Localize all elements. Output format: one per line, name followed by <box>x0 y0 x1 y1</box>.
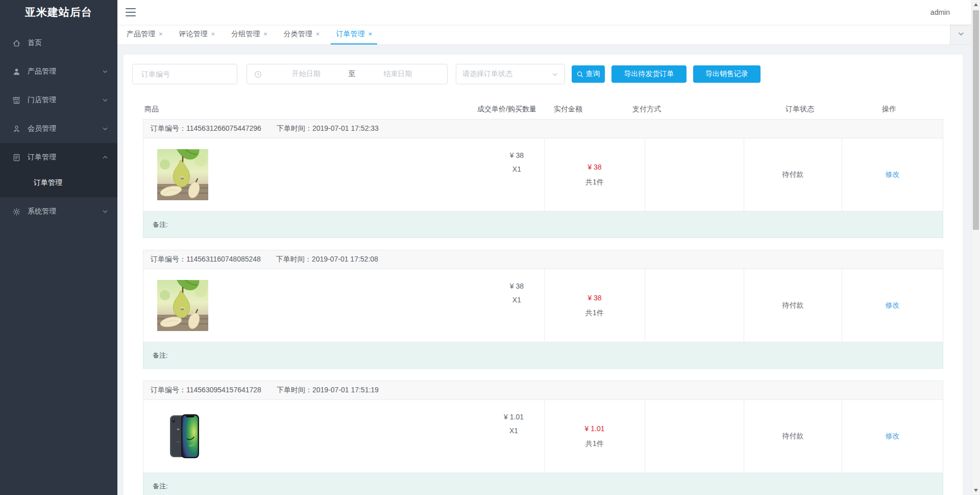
order-number-input-wrap <box>132 64 237 84</box>
remark-row: 备注: <box>143 211 943 238</box>
close-icon[interactable]: × <box>316 31 320 37</box>
sidebar-item-products[interactable]: 产品管理 <box>0 57 117 86</box>
tab-label: 分组管理 <box>231 30 260 39</box>
tab-overflow-button[interactable] <box>950 25 971 44</box>
order-time-text: 下单时间：2019-07-01 17:52:33 <box>277 124 379 133</box>
piece-count: 共1件 <box>585 439 604 449</box>
order-header-row: 订单编号：1145631160748085248 下单时间：2019-07-01… <box>143 250 943 269</box>
sidebar: 亚米建站后台 首页产品管理门店管理会员管理订单管理订单管理系统管理 <box>0 0 117 495</box>
tab-groups[interactable]: 分组管理× <box>226 25 273 44</box>
chevron-down-icon <box>552 71 558 78</box>
tab-bar: 产品管理×评论管理×分组管理×分类管理×订单管理× <box>117 25 971 45</box>
sidebar-item-label: 产品管理 <box>28 67 102 76</box>
chevron-down-icon <box>102 126 108 132</box>
order-time-text: 下单时间：2019-07-01 17:52:08 <box>276 255 378 264</box>
chevron-up-icon <box>102 154 108 160</box>
modify-link[interactable]: 修改 <box>886 432 900 441</box>
chevron-down-icon <box>102 40 108 46</box>
action-cell: 修改 <box>842 400 943 473</box>
order-item-row: ¥ 38 X1 ¥ 38 共1件 待付款 修改 <box>143 138 943 211</box>
unit-price: ¥ 38 <box>510 151 524 159</box>
column-header: 支付方式 <box>632 105 661 114</box>
clock-icon <box>254 70 262 78</box>
column-header: 操作 <box>882 105 896 114</box>
payment-method-cell <box>645 269 744 342</box>
column-header: 实付金额 <box>554 105 582 114</box>
sidebar-item-system[interactable]: 系统管理 <box>0 197 117 226</box>
sidebar-item-label: 订单管理 <box>28 153 102 162</box>
order-number-text: 订单编号：1145631160748085248 <box>151 255 261 264</box>
modify-link[interactable]: 修改 <box>886 301 900 310</box>
order-time-text: 下单时间：2019-07-01 17:51:19 <box>277 386 379 395</box>
price-quantity-stack: ¥ 38 X1 <box>510 151 524 173</box>
tab-products[interactable]: 产品管理× <box>121 25 168 44</box>
order-header-row: 订单编号：1145631266075447296 下单时间：2019-07-01… <box>143 119 943 138</box>
export-pending-orders-button[interactable]: 导出待发货订单 <box>611 65 687 83</box>
table-header-row: 商品成交单价/购买数量实付金额支付方式订单状态操作 <box>143 100 943 119</box>
user-menu[interactable]: admin <box>930 8 950 16</box>
vertical-scrollbar[interactable] <box>971 0 980 495</box>
hamburger-menu-icon[interactable] <box>126 8 136 16</box>
remark-row: 备注: <box>143 342 943 369</box>
chevron-down-icon <box>102 68 108 75</box>
date-separator: 至 <box>349 69 356 79</box>
close-icon[interactable]: × <box>211 31 215 37</box>
member-icon <box>12 125 21 133</box>
sidebar-item-orders[interactable]: 订单管理 <box>0 143 117 172</box>
piece-count: 共1件 <box>585 309 604 318</box>
order-status: 待付款 <box>782 301 804 310</box>
product-cell: ¥ 38 X1 <box>143 269 544 342</box>
sidebar-item-members[interactable]: 会员管理 <box>0 114 117 143</box>
start-date-placeholder[interactable]: 开始日期 <box>264 69 349 79</box>
close-icon[interactable]: × <box>263 31 267 37</box>
action-cell: 修改 <box>842 138 943 211</box>
iphone-photo <box>157 411 208 462</box>
column-header: 商品 <box>144 105 159 114</box>
order-status-cell: 待付款 <box>744 400 842 473</box>
sidebar-open-submenu: 订单管理订单管理 <box>0 143 117 197</box>
tab-comments[interactable]: 评论管理× <box>174 25 220 44</box>
scroll-down-arrow-icon[interactable] <box>974 489 978 492</box>
paid-amount-cell: ¥ 1.01 共1件 <box>544 400 645 473</box>
home-icon <box>12 39 21 48</box>
scrollbar-thumb[interactable] <box>973 10 979 230</box>
order-item-row: ¥ 38 X1 ¥ 38 共1件 待付款 修改 <box>143 269 943 342</box>
scroll-up-arrow-icon[interactable] <box>974 3 978 6</box>
sidebar-item-label: 会员管理 <box>28 124 102 133</box>
tab-label: 分类管理 <box>284 30 312 39</box>
order-block: 订单编号：1145630954157641728 下单时间：2019-07-01… <box>143 381 943 495</box>
search-icon <box>577 71 583 78</box>
sidebar-item-label: 系统管理 <box>28 207 102 216</box>
order-list: 订单编号：1145631266075447296 下单时间：2019-07-01… <box>143 119 943 495</box>
top-header: admin <box>117 0 971 25</box>
tab-categories[interactable]: 分类管理× <box>279 25 325 44</box>
sidebar-item-home[interactable]: 首页 <box>0 29 117 57</box>
chevron-down-icon <box>958 30 965 39</box>
order-status: 待付款 <box>782 170 804 179</box>
order-status-cell: 待付款 <box>744 138 842 211</box>
chevron-down-icon <box>102 208 108 215</box>
main-content: 开始日期 至 结束日期 请选择订单状态 查询 导出待发货订单 导出销售记录 商品… <box>117 45 971 495</box>
modify-link[interactable]: 修改 <box>886 170 900 179</box>
date-range-picker[interactable]: 开始日期 至 结束日期 <box>247 64 448 84</box>
export-sales-records-button[interactable]: 导出销售记录 <box>693 65 761 83</box>
order-number-input[interactable] <box>140 69 229 79</box>
payment-method-cell <box>645 138 744 211</box>
store-icon <box>12 96 21 105</box>
product-cell: ¥ 38 X1 <box>143 138 544 211</box>
sidebar-item-label: 首页 <box>28 38 102 48</box>
order-status-select[interactable]: 请选择订单状态 <box>456 64 565 84</box>
search-button[interactable]: 查询 <box>572 65 605 83</box>
price-quantity-stack: ¥ 1.01 X1 <box>504 413 524 435</box>
column-header: 订单状态 <box>786 105 814 114</box>
order-number-text: 订单编号：1145630954157641728 <box>151 386 261 395</box>
paid-amount: ¥ 38 <box>587 163 601 171</box>
close-icon[interactable]: × <box>368 31 372 37</box>
tab-orders[interactable]: 订单管理× <box>331 25 377 44</box>
remark-label: 备注: <box>153 351 168 360</box>
sidebar-item-stores[interactable]: 门店管理 <box>0 86 117 114</box>
remark-label: 备注: <box>153 482 168 491</box>
sidebar-subitem-orders[interactable]: 订单管理 <box>0 172 117 194</box>
end-date-placeholder[interactable]: 结束日期 <box>356 69 440 79</box>
close-icon[interactable]: × <box>159 31 163 37</box>
